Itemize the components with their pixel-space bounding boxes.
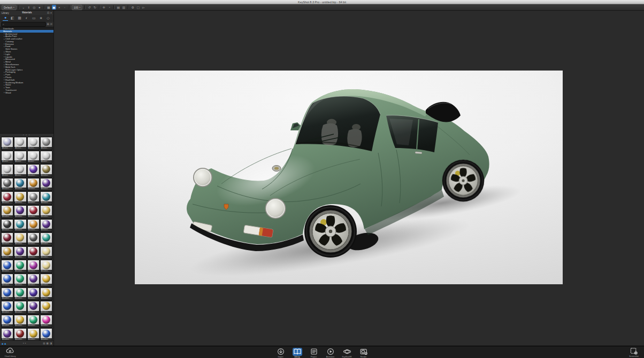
material-thumbnail[interactable]: Anodize...	[27, 260, 40, 273]
material-thumbnail[interactable]: Anodize...	[14, 274, 26, 287]
fullscreen-button[interactable]: ▢	[136, 5, 140, 10]
material-thumbnail[interactable]: Alumin...	[40, 151, 52, 164]
region-render-button[interactable]: ◎	[32, 5, 36, 10]
material-thumbnail[interactable]: Alumin...	[1, 137, 13, 150]
grid-button[interactable]: ▦	[47, 5, 51, 10]
pause-realtime-button[interactable]: ‖	[27, 5, 31, 10]
render-canvas[interactable]	[135, 71, 563, 284]
material-thumbnail[interactable]: Alumin...	[14, 164, 26, 177]
material-thumbnail[interactable]: Alumin...	[1, 151, 13, 164]
slider-dot-icon[interactable]: •	[25, 342, 26, 345]
material-thumbnail[interactable]: Anodize...	[40, 219, 52, 232]
tab-environments[interactable]: ◐	[24, 15, 29, 21]
material-thumbnail[interactable]: Alumin...	[27, 151, 40, 164]
library-button[interactable]: Library	[290, 348, 304, 358]
material-thumbnail[interactable]: Anodize...	[1, 301, 13, 314]
material-thumbnail[interactable]: Alumin...	[14, 137, 26, 150]
screenshot-button[interactable]: Screenshot	[627, 347, 641, 357]
slider-dot-icon[interactable]: •	[23, 342, 24, 345]
material-thumbnail[interactable]: Anodize...	[1, 315, 13, 328]
material-thumbnail[interactable]: Anodize...	[27, 301, 40, 314]
tab-textures[interactable]: ▦	[17, 15, 22, 21]
orbit-tool-button[interactable]: ◔	[107, 5, 111, 10]
material-thumbnail[interactable]: Anodize...	[14, 178, 26, 191]
material-thumbnail[interactable]: Anodize...	[27, 219, 40, 232]
zoom-dropdown[interactable]: 100▾	[72, 5, 82, 10]
material-thumbnail[interactable]: Anodize...	[14, 328, 26, 340]
material-thumbnail[interactable]: Anodize...	[27, 178, 40, 191]
material-thumbnail[interactable]: Anodize...	[40, 315, 52, 328]
material-thumbnail[interactable]: Anodize...	[40, 301, 52, 314]
material-thumbnail[interactable]: Anodize...	[14, 205, 26, 219]
thumbnail-size-large-icon[interactable]: ■	[4, 342, 6, 345]
project-button[interactable]: Project	[307, 348, 321, 358]
redo-button[interactable]: ↻	[93, 5, 97, 10]
material-thumbnail[interactable]: Anodize...	[40, 274, 52, 287]
undo-button[interactable]: ↺	[87, 5, 91, 10]
material-thumbnail[interactable]: Anodize...	[27, 287, 40, 301]
material-thumbnail[interactable]: Anodize...	[1, 178, 13, 191]
close-panel-icon[interactable]: ×	[50, 11, 52, 14]
account-button[interactable]: ◦	[63, 5, 67, 10]
front-wheel[interactable]	[304, 205, 357, 258]
list-view-icon[interactable]: ▤	[43, 342, 45, 345]
material-thumbnail[interactable]: Anodize...	[27, 315, 40, 328]
material-thumbnail[interactable]: Anodize...	[40, 232, 52, 246]
animation-button[interactable]: Animation	[324, 348, 338, 358]
render-button[interactable]: Render	[357, 348, 371, 358]
material-thumbnail[interactable]: Anodize...	[14, 232, 26, 246]
material-preview-button[interactable]: ●	[37, 5, 42, 10]
material-thumbnail[interactable]: Alumin...	[1, 164, 13, 177]
material-thumbnail[interactable]: Alumin...	[14, 151, 26, 164]
material-thumbnail[interactable]: Anodize...	[1, 274, 13, 287]
split-view-button[interactable]: ▥	[121, 5, 126, 10]
material-thumbnail[interactable]: Anodize...	[1, 219, 13, 232]
camera-dropdown-button[interactable]: ⌄	[21, 5, 26, 10]
grid-view-icon[interactable]: ▦	[46, 342, 48, 345]
tab-backplates[interactable]: ▭	[31, 15, 36, 21]
material-thumbnail[interactable]: Anodize...	[14, 191, 26, 205]
presentation-button[interactable]: ▻	[141, 5, 145, 10]
tab-favorites[interactable]: ★	[39, 15, 44, 21]
material-thumbnail[interactable]: Anodize...	[1, 205, 13, 219]
material-thumbnail[interactable]: Anodize...	[14, 301, 26, 314]
material-thumbnail[interactable]: Anodize...	[40, 287, 52, 301]
realtime-viewport[interactable]	[54, 11, 644, 346]
material-thumbnail[interactable]: Anodize...	[27, 232, 40, 246]
material-thumbnail[interactable]: Anodize...	[27, 274, 40, 287]
settings-button[interactable]: ⚙	[131, 5, 135, 10]
performance-mode-button[interactable]: ▣	[52, 5, 56, 10]
material-thumbnail[interactable]: Alumin...	[27, 137, 40, 150]
detail-view-icon[interactable]: ◨	[50, 342, 52, 345]
thumbnail-size-small-icon[interactable]: ■	[2, 342, 3, 345]
material-thumbnail[interactable]: Anodize...	[1, 328, 13, 340]
car-render[interactable]	[135, 71, 563, 284]
material-thumbnail[interactable]: Anodize...	[40, 328, 52, 340]
workspace-dropdown[interactable]: Default▾	[2, 5, 17, 10]
stop-render-button[interactable]: ×	[57, 5, 62, 10]
material-thumbnail[interactable]: Anodize...	[40, 205, 52, 219]
material-thumbnail[interactable]: Anodize...	[40, 164, 52, 177]
tab-materials[interactable]: ●	[3, 15, 8, 21]
tree-item[interactable]: ▸Wood	[0, 91, 53, 94]
search-input[interactable]: ⌕	[1, 22, 46, 27]
material-thumbnail[interactable]: Alumin...	[40, 137, 52, 150]
keyshotxr-button[interactable]: KeyShotXR	[340, 348, 354, 358]
material-thumbnail[interactable]: Anodize...	[14, 287, 26, 301]
cloud-library-button[interactable]: Cloud Library	[3, 347, 17, 357]
material-thumbnail[interactable]: Anodize...	[40, 260, 52, 273]
undock-panel-icon[interactable]: ⊡	[47, 11, 49, 14]
material-thumbnail[interactable]: Anodize...	[1, 287, 13, 301]
rear-wheel[interactable]	[442, 160, 484, 201]
material-thumbnail[interactable]: Anodize...	[1, 191, 13, 205]
tab-colors[interactable]: ◧	[10, 15, 15, 21]
material-thumbnail[interactable]: Anodize...	[14, 246, 26, 260]
add-material-icon[interactable]: ⊞	[47, 22, 49, 26]
material-thumbnail[interactable]: Anodize...	[27, 191, 40, 205]
material-thumbnail[interactable]: Anodize...	[1, 246, 13, 260]
material-thumbnail[interactable]: Anodize...	[1, 260, 13, 273]
material-thumbnail[interactable]: Anodize...	[27, 205, 40, 219]
tab-models[interactable]: ◇	[45, 15, 51, 21]
material-thumbnail[interactable]: Anodize...	[40, 191, 52, 205]
material-thumbnail[interactable]: Anodize...	[1, 232, 13, 246]
